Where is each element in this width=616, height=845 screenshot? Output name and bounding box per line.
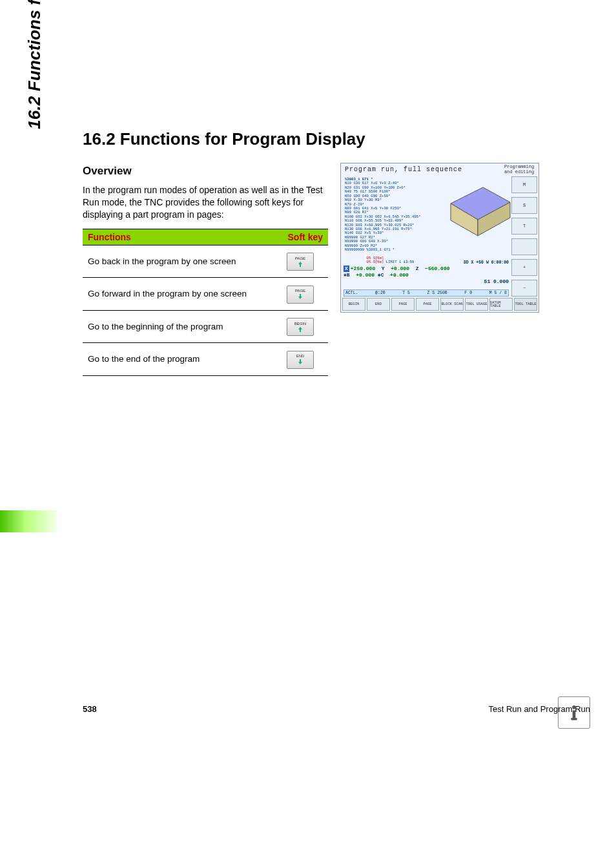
svg-point-3 [572,705,576,709]
rb-s[interactable]: S [511,197,537,214]
func-desc: Go to the beginning of the program [83,310,272,343]
softkey-end[interactable]: END [287,351,314,369]
functions-table: Functions Soft key Go back in the progra… [83,229,328,376]
table-row: Go to the beginning of the program BEGIN [83,310,328,343]
softkey-label: PAGE [295,256,305,260]
func-desc: Go to the end of the program [83,343,272,376]
sk-page-dn[interactable]: PAGE [416,298,439,311]
sk-page-up[interactable]: PAGE [391,298,415,311]
func-desc: Go back in the program by one screen [83,245,272,278]
sk-tool-usage[interactable]: TOOL USAGE [465,298,488,311]
softkey-page-down[interactable]: PAGE [287,286,314,304]
arrow-up-icon [297,261,303,267]
func-desc: Go forward in the program by one screen [83,278,272,311]
tnc-screen: Program run, full sequence Programming a… [340,163,539,313]
table-row: Go back in the program by one screen PAG… [83,245,328,278]
sk-end[interactable]: END [367,298,390,311]
arrow-down-icon [297,293,303,300]
rb-m[interactable]: M [511,176,537,193]
softkey-row: BEGIN END PAGE PAGE BLOCK SCAN TOOL USAG… [342,298,537,311]
sk-tool-table[interactable]: TOOL TABLE [514,298,537,311]
status-bar: ACTL. @:20 T 5 Z S 2500 F 0 M 5 / 8 [344,289,509,297]
sidebar-accent-bar [0,510,57,532]
intro-paragraph: In the program run modes of operation as… [83,184,338,221]
rb-t[interactable]: T [511,218,537,235]
softkey-label: BEGIN [294,322,307,326]
softkey-label: PAGE [295,289,305,293]
info-icon [558,696,590,729]
arrow-down-icon [297,359,303,365]
page-title: 16.2 Functions for Program Display [83,129,590,149]
page-number: 538 [83,704,97,714]
screen-corner-label: Programming and editing [502,165,536,174]
sk-block-scan[interactable]: BLOCK SCAN [440,298,464,311]
svg-rect-5 [571,718,577,720]
screen-right-buttons: M S T + − [511,176,537,297]
softkey-page-up[interactable]: PAGE [287,253,314,271]
sk-begin[interactable]: BEGIN [342,298,365,311]
table-row: Go to the end of the program END [83,343,328,376]
col-header-functions: Functions [83,229,272,245]
sk-datum-table[interactable]: DATUM TABLE [489,298,513,311]
rb-minus[interactable]: − [511,280,537,297]
rb-plus[interactable]: + [511,259,537,276]
softkey-label: END [296,354,305,358]
sidebar-section-title: 16.2 Functions for Program Display [25,0,50,129]
col-header-softkey: Soft key [272,229,328,245]
rb-blank[interactable] [511,238,537,255]
position-readout: 3D X +50 W 0:00:00 X+250.000 Y +0.000 Z … [344,260,509,285]
arrow-up-icon [297,326,303,333]
program-listing: %3803_1 G71 * N10 G30 G17 X+0 Y+0 Z-40* … [345,178,421,265]
screen-mode-title: Program run, full sequence [345,166,462,173]
workpiece-3d-icon [438,178,515,249]
softkey-begin[interactable]: BEGIN [287,318,314,336]
table-row: Go forward in the program by one screen … [83,278,328,311]
